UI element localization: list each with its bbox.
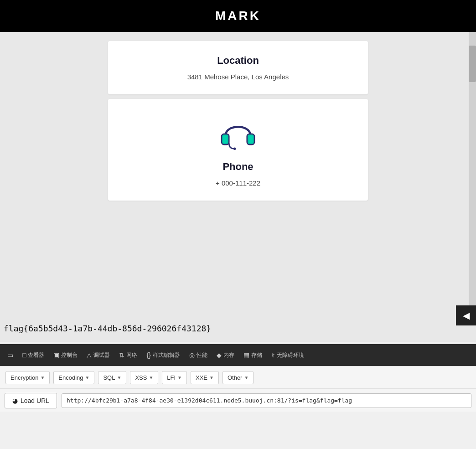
phone-card-title: Phone xyxy=(126,161,350,173)
inspect-icon: ▭ xyxy=(7,351,13,359)
load-url-label: Load URL xyxy=(21,397,49,404)
load-url-bar: ◕ Load URL xyxy=(0,389,476,412)
xss-dropdown-arrow: ▼ xyxy=(149,375,153,380)
devtools-memory-btn[interactable]: ◆ 内存 xyxy=(213,350,238,361)
encryption-dropdown-arrow: ▼ xyxy=(40,375,45,380)
encoding-dropdown-arrow: ▼ xyxy=(85,375,90,380)
devtools-toolbar: ▭ □ 查看器 ▣ 控制台 △ 调试器 ⇅ 网络 {} 样式编辑器 ◎ 性能 ◆… xyxy=(0,344,476,366)
site-title: MARK xyxy=(215,9,261,23)
phone-card-content: + 000-111-222 xyxy=(126,179,350,187)
collapse-panel-button[interactable]: ◀ xyxy=(456,305,476,325)
location-card: Location 3481 Melrose Place, Los Angeles xyxy=(108,41,368,94)
devtools-console-btn[interactable]: ▣ 控制台 xyxy=(50,350,81,361)
devtools-accessibility-label: 无障碍环境 xyxy=(277,351,304,359)
devtools-style-editor-btn[interactable]: {} 样式编辑器 xyxy=(143,350,183,361)
security-toolbar: Encryption ▼ Encoding ▼ SQL ▼ XSS ▼ LFI … xyxy=(0,366,476,389)
devtools-accessibility-btn[interactable]: ⚕ 无障碍环境 xyxy=(268,350,308,361)
devtools-network-label: 网络 xyxy=(126,351,137,359)
devtools-performance-label: 性能 xyxy=(197,351,207,359)
svg-rect-4 xyxy=(248,135,253,143)
lfi-dropdown-arrow: ▼ xyxy=(177,375,182,380)
xxe-label: XXE xyxy=(196,374,207,381)
scrollbar-thumb[interactable] xyxy=(469,46,476,82)
sql-button[interactable]: SQL ▼ xyxy=(98,371,126,384)
xxe-button[interactable]: XXE ▼ xyxy=(191,371,219,384)
devtools-debugger-label: 调试器 xyxy=(93,351,110,359)
sql-dropdown-arrow: ▼ xyxy=(117,375,121,380)
other-dropdown-arrow: ▼ xyxy=(244,375,248,380)
cards-container: Location 3481 Melrose Place, Los Angeles xyxy=(108,41,368,201)
xss-label: XSS xyxy=(135,374,147,381)
load-url-button[interactable]: ◕ Load URL xyxy=(5,393,57,408)
network-icon: ⇅ xyxy=(119,351,124,359)
console-icon: ▣ xyxy=(53,351,59,359)
load-url-icon: ◕ xyxy=(12,397,18,404)
devtools-viewer-label: 查看器 xyxy=(28,351,44,359)
debugger-icon: △ xyxy=(87,351,92,359)
encryption-label: Encryption xyxy=(10,374,38,381)
other-label: Other xyxy=(228,374,243,381)
devtools-inspect-icon-btn[interactable]: ▭ xyxy=(4,350,17,361)
flag-area: flag{6a5b5d43-1a7b-44db-856d-296026f4312… xyxy=(0,315,476,342)
xss-button[interactable]: XSS ▼ xyxy=(130,371,158,384)
devtools-style-editor-label: 样式编辑器 xyxy=(153,351,180,359)
devtools-console-label: 控制台 xyxy=(61,351,78,359)
accessibility-icon: ⚕ xyxy=(271,351,275,359)
devtools-memory-label: 内存 xyxy=(223,351,234,359)
svg-rect-3 xyxy=(223,135,228,143)
top-header-bar: MARK xyxy=(0,0,476,32)
lfi-label: LFI xyxy=(167,374,176,381)
location-card-content: 3481 Melrose Place, Los Angeles xyxy=(126,73,350,81)
svg-point-2 xyxy=(233,148,236,150)
sql-label: SQL xyxy=(103,374,115,381)
other-button[interactable]: Other ▼ xyxy=(222,371,254,384)
arrow-left-icon: ◀ xyxy=(463,310,470,321)
devtools-network-btn[interactable]: ⇅ 网络 xyxy=(115,350,141,361)
flag-text: flag{6a5b5d43-1a7b-44db-856d-296026f4312… xyxy=(4,324,211,333)
devtools-storage-btn[interactable]: ▦ 存储 xyxy=(240,350,266,361)
encryption-button[interactable]: Encryption ▼ xyxy=(5,371,50,384)
devtools-storage-label: 存储 xyxy=(251,351,262,359)
devtools-debugger-btn[interactable]: △ 调试器 xyxy=(83,350,114,361)
storage-icon: ▦ xyxy=(243,351,249,359)
devtools-performance-btn[interactable]: ◎ 性能 xyxy=(186,350,211,361)
style-editor-icon: {} xyxy=(146,351,150,359)
encoding-button[interactable]: Encoding ▼ xyxy=(53,371,94,384)
devtools-viewer-btn[interactable]: □ 查看器 xyxy=(19,350,48,361)
phone-card: Phone + 000-111-222 xyxy=(108,99,368,201)
viewer-icon: □ xyxy=(22,351,26,359)
scrollbar-track[interactable] xyxy=(469,32,476,315)
performance-icon: ◎ xyxy=(189,351,195,359)
main-content-area: Location 3481 Melrose Place, Los Angeles xyxy=(0,32,476,315)
lfi-button[interactable]: LFI ▼ xyxy=(162,371,187,384)
encoding-label: Encoding xyxy=(58,374,83,381)
url-input-field[interactable] xyxy=(62,393,471,408)
headphones-icon xyxy=(217,113,259,154)
location-card-title: Location xyxy=(126,55,350,67)
xxe-dropdown-arrow: ▼ xyxy=(209,375,214,380)
memory-icon: ◆ xyxy=(217,351,222,359)
